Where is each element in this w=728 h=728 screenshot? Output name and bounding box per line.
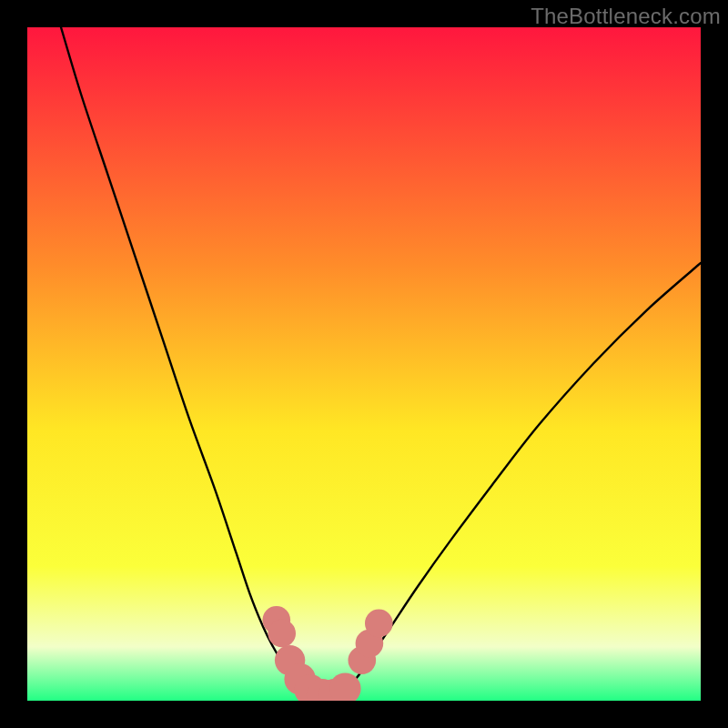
watermark-text: TheBottleneck.com <box>531 4 721 29</box>
chart-svg <box>27 27 701 701</box>
dot-1 <box>268 620 296 648</box>
gradient-background <box>27 27 701 701</box>
dot-10 <box>365 610 393 638</box>
outer-frame: TheBottleneck.com <box>0 0 728 728</box>
chart-plot-area <box>27 27 701 701</box>
